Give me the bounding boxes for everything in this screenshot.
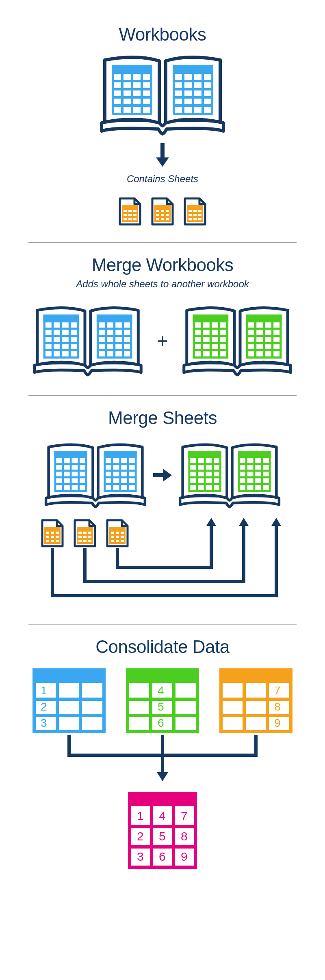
merge-sheets-flow-icon — [32, 515, 292, 608]
sheet-file-icon — [118, 197, 142, 226]
svg-rect-113 — [45, 528, 60, 531]
source-tables-row: 1 2 3 4 5 6 7 8 9 — [32, 668, 292, 735]
section-subtitle: Contains Sheets — [127, 173, 198, 185]
svg-text:4: 4 — [158, 684, 164, 697]
svg-text:2: 2 — [41, 700, 47, 713]
svg-rect-84 — [105, 452, 136, 457]
svg-rect-125 — [110, 528, 125, 531]
source-table-orange: 7 8 9 — [219, 668, 292, 735]
svg-rect-75 — [55, 452, 86, 457]
svg-marker-19 — [156, 157, 169, 167]
svg-marker-131 — [239, 518, 249, 526]
workbook-blue-icon — [31, 302, 145, 379]
svg-rect-163 — [130, 793, 195, 806]
svg-marker-161 — [157, 772, 168, 781]
sheet-file-icon — [107, 520, 128, 546]
svg-rect-39 — [44, 316, 78, 321]
svg-text:3: 3 — [41, 717, 47, 729]
svg-rect-57 — [194, 316, 227, 321]
svg-text:3: 3 — [137, 850, 144, 863]
sheet-file-icon — [75, 520, 95, 546]
plus-icon: + — [157, 330, 168, 352]
sheet-file-icon — [42, 520, 63, 546]
section-merge-sheets: Merge Sheets — [20, 396, 305, 624]
svg-rect-134 — [34, 670, 104, 683]
consolidate-flow-icon — [32, 735, 292, 784]
svg-text:9: 9 — [274, 717, 281, 729]
svg-marker-130 — [206, 518, 216, 526]
section-merge-workbooks: Merge Workbooks Adds whole sheets to ano… — [20, 243, 305, 395]
arrow-right-icon — [152, 467, 173, 483]
svg-rect-48 — [98, 316, 131, 321]
arrow-down-icon — [154, 143, 171, 169]
svg-text:1: 1 — [41, 684, 47, 697]
workbook-blue-icon — [43, 439, 148, 510]
section-consolidate: Consolidate Data 1 2 3 4 5 6 — [20, 625, 305, 887]
svg-text:5: 5 — [159, 829, 166, 843]
svg-marker-93 — [163, 469, 172, 482]
svg-rect-95 — [189, 452, 220, 457]
svg-rect-119 — [78, 528, 92, 531]
svg-text:6: 6 — [158, 717, 164, 729]
svg-rect-27 — [155, 206, 170, 209]
svg-rect-143 — [128, 670, 197, 683]
workbook-green-icon — [180, 302, 294, 379]
svg-text:4: 4 — [159, 809, 166, 823]
svg-rect-152 — [221, 670, 291, 683]
section-title: Merge Sheets — [108, 408, 217, 428]
svg-text:8: 8 — [181, 829, 188, 843]
svg-rect-66 — [247, 316, 281, 321]
svg-text:8: 8 — [274, 700, 281, 713]
svg-text:1: 1 — [137, 809, 144, 823]
svg-rect-21 — [123, 206, 137, 209]
svg-rect-1 — [113, 66, 151, 73]
sheet-file-icon — [183, 197, 207, 226]
svg-text:7: 7 — [274, 684, 281, 697]
svg-text:6: 6 — [159, 850, 166, 863]
source-table-green: 4 5 6 — [126, 668, 199, 735]
section-subtitle: Adds whole sheets to another workbook — [76, 278, 249, 290]
workbook-icon — [98, 52, 228, 137]
sheet-files-row — [118, 197, 207, 226]
section-title: Merge Workbooks — [92, 255, 234, 275]
section-workbooks: Workbooks — [20, 12, 305, 242]
svg-text:5: 5 — [158, 700, 164, 713]
svg-marker-132 — [271, 518, 281, 526]
source-table-blue: 1 2 3 — [32, 668, 106, 735]
section-title: Workbooks — [119, 24, 206, 45]
svg-rect-33 — [188, 206, 202, 209]
svg-rect-104 — [239, 452, 270, 457]
section-title: Consolidate Data — [95, 637, 230, 657]
svg-text:2: 2 — [137, 829, 144, 843]
sheet-file-icon — [151, 197, 174, 226]
workbook-green-icon — [177, 439, 282, 510]
result-table: 1 4 7 2 5 8 3 6 9 — [128, 792, 197, 870]
svg-text:9: 9 — [181, 850, 188, 863]
svg-rect-10 — [174, 66, 212, 73]
svg-text:7: 7 — [181, 809, 188, 823]
